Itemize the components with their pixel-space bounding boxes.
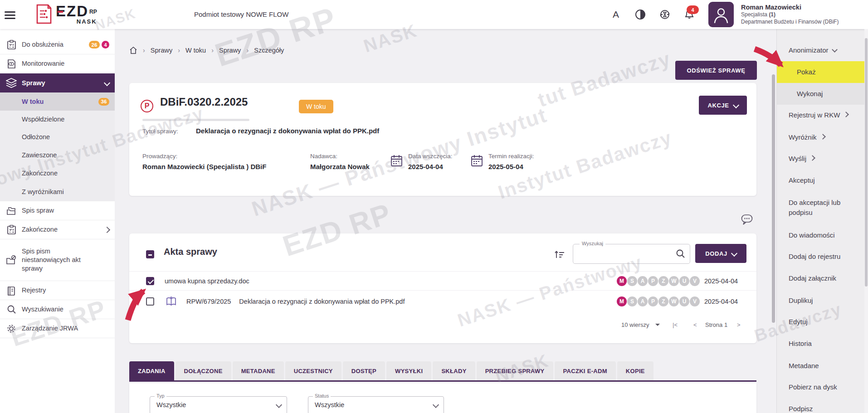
breadcrumb-sprawy-2[interactable]: Sprawy xyxy=(219,47,241,54)
case-sender-value: Małgorzata Nowak xyxy=(310,163,370,170)
menu-item-dodaj-do-rejestru[interactable]: Dodaj do rejestru xyxy=(777,252,865,262)
chevron-down-icon xyxy=(276,402,282,408)
tab-kopie[interactable]: KOPIE xyxy=(617,361,653,380)
menu-item-pokaz[interactable]: Pokaż xyxy=(777,61,865,83)
actions-button[interactable]: AKCJE xyxy=(699,96,747,115)
case-title-label: Tytuł sprawy: xyxy=(142,128,178,135)
menu-item-do-akceptacji[interactable]: Do akceptacji lub podpisu xyxy=(777,198,865,218)
case-lead-label: Prowadzący: xyxy=(142,153,177,160)
menu-item-duplikuj[interactable]: Duplikuj xyxy=(777,296,865,306)
menu-item-edytuj[interactable]: Edytuj xyxy=(777,317,865,327)
menu-item-podpisz[interactable]: Podpisz xyxy=(777,404,865,413)
sidebar-item-do-obsluzenia[interactable]: Do obsłużenia 264 xyxy=(0,35,115,54)
rows-per-page-select[interactable]: 10 wierszy xyxy=(621,321,649,328)
sidebar-item-w-toku[interactable]: W toku 36 xyxy=(0,92,115,111)
file-row-2[interactable]: RPW/679/2025 Deklaracja o rezygnacji z d… xyxy=(129,290,756,312)
select-all-checkbox[interactable] xyxy=(146,250,154,258)
breadcrumb: › Sprawy › W toku › Sprawy › Szczegóły xyxy=(129,46,284,54)
sidebar-item-zakonczone-sub[interactable]: Zakończone xyxy=(0,164,115,182)
breadcrumb-separator: › xyxy=(211,47,214,54)
sidebar-item-rejestry[interactable]: Rejestry xyxy=(0,281,115,300)
priority-icon: P xyxy=(141,100,153,112)
home-icon[interactable] xyxy=(129,46,137,54)
sidebar-item-spis-pism[interactable]: Spis pism niestanowiących akt sprawy xyxy=(0,239,115,281)
sidebar-item-zawieszone[interactable]: Zawieszone xyxy=(0,146,115,164)
menu-item-rejestruj-w-rkw[interactable]: Rejestruj w RKW xyxy=(777,110,865,120)
scrollbar-thumb[interactable] xyxy=(865,38,868,287)
chevron-down-icon xyxy=(104,80,110,86)
comment-bubble-icon[interactable] xyxy=(741,214,753,225)
tab-przebieg-sprawy[interactable]: PRZEBIEG SPRAWY xyxy=(477,361,553,380)
file-date: 2025-04-04 xyxy=(704,277,738,285)
caret-down-icon[interactable] xyxy=(655,324,660,326)
breadcrumb-w-toku[interactable]: W toku xyxy=(185,47,206,54)
tab-zadania[interactable]: ZADANIA xyxy=(129,361,174,380)
user-info[interactable]: Roman Mazowiecki Specjalista (1) Departm… xyxy=(741,4,863,25)
sidebar-item-zarzadzanie-jrwa[interactable]: Zarządzanie JRWA xyxy=(0,319,115,338)
search-input[interactable] xyxy=(578,247,670,261)
chevron-right-icon xyxy=(843,112,849,117)
tab-sklady[interactable]: SKŁADY xyxy=(433,361,475,380)
files-pagination: 10 wierszy |< < Strona 1 > xyxy=(129,318,756,333)
menu-item-metadane[interactable]: Metadane xyxy=(777,361,865,371)
menu-item-historia[interactable]: Historia xyxy=(777,339,865,349)
sidebar-item-monitorowanie[interactable]: Monitorowanie xyxy=(0,54,115,73)
rpw-book-icon xyxy=(166,296,176,306)
sidebar-item-wyszukiwanie[interactable]: Wyszukiwanie xyxy=(0,300,115,319)
notifications-bell-icon[interactable]: 4 xyxy=(683,9,695,20)
tab-uczestnicy[interactable]: UCZESTNICY xyxy=(285,361,341,380)
sidebar-item-z-wyroznikami[interactable]: Z wyróżnikami xyxy=(0,182,115,201)
case-sender-label: Nadawca: xyxy=(310,153,337,160)
tab-paczki-e-adm[interactable]: PACZKI E-ADM xyxy=(555,361,616,380)
app-logo[interactable]: EZDRP NASK xyxy=(34,4,97,25)
folders-icon xyxy=(6,206,17,216)
menu-group-anonimizator[interactable]: Anonimizator xyxy=(777,45,865,55)
menu-item-wykonaj[interactable]: Wykonaj xyxy=(777,83,865,105)
window-scrollbar[interactable] xyxy=(864,29,868,413)
sort-icon[interactable] xyxy=(554,249,565,260)
breadcrumb-sprawy[interactable]: Sprawy xyxy=(151,47,172,54)
tab-dostep[interactable]: DOSTĘP xyxy=(343,361,385,380)
sidebar-item-sprawy[interactable]: Sprawy xyxy=(0,73,115,92)
page-label: Strona 1 xyxy=(705,321,727,328)
breadcrumb-separator: › xyxy=(143,47,145,54)
tab-metadane[interactable]: METADANE xyxy=(233,361,284,380)
menu-item-pobierz-na-dysk[interactable]: Pobierz na dysk xyxy=(777,382,865,392)
first-page-button[interactable]: |< xyxy=(673,321,678,328)
file-row-1[interactable]: umowa kupna sprzedazy.doc MSAPZWUV 2025-… xyxy=(129,271,756,291)
next-page-button[interactable]: > xyxy=(737,321,741,328)
files-search-field[interactable]: Wyszukaj xyxy=(573,244,690,264)
status-filter-select[interactable]: Status Wszystkie xyxy=(308,396,444,413)
tab-dolaczone[interactable]: DOŁĄCZONE xyxy=(176,361,231,380)
menu-item-dodaj-zalacznik[interactable]: Dodaj załącznik xyxy=(777,273,865,283)
font-size-icon[interactable]: A xyxy=(610,9,622,20)
breadcrumb-szczegoly[interactable]: Szczegóły xyxy=(254,47,284,54)
case-tabs: ZADANIA DOŁĄCZONE METADANE UCZESTNICY DO… xyxy=(129,361,653,380)
add-document-button[interactable]: DODAJ xyxy=(695,244,746,263)
sidebar-item-zakonczone[interactable]: Zakończone xyxy=(0,220,115,239)
user-avatar[interactable] xyxy=(708,2,734,27)
case-number: DBiF.0320.2.2025 xyxy=(160,96,248,108)
sidebar-item-wspoldzielone[interactable]: Współdzielone xyxy=(0,111,115,128)
menu-item-wyroznik[interactable]: Wyróżnik xyxy=(777,132,865,142)
content-scrollbar[interactable] xyxy=(771,29,776,413)
type-filter-select[interactable]: Typ Wszystkie xyxy=(150,396,287,413)
status-filter-label: Status xyxy=(313,393,331,398)
file-name: Deklaracja o rezygnacji z dokonywania wp… xyxy=(239,298,405,305)
tab-wysylki[interactable]: WYSYŁKI xyxy=(386,361,431,380)
search-icon[interactable] xyxy=(676,249,685,258)
menu-item-akceptuj[interactable]: Akceptuj xyxy=(777,175,865,185)
sidebar-item-odlozone[interactable]: Odłożone xyxy=(0,128,115,146)
contrast-icon[interactable] xyxy=(634,9,646,20)
menu-item-wyslij[interactable]: Wyślij xyxy=(777,154,865,164)
hamburger-menu-icon[interactable] xyxy=(5,10,15,19)
file-row-2-checkbox[interactable] xyxy=(146,297,154,306)
session-timer-icon[interactable] xyxy=(659,9,671,20)
prev-page-button[interactable]: < xyxy=(693,321,697,328)
gear-icon xyxy=(6,324,17,334)
file-row-1-checkbox[interactable] xyxy=(146,277,154,285)
menu-item-do-wiadomosci[interactable]: Do wiadomości xyxy=(777,230,865,240)
sidebar-item-spis-spraw[interactable]: Spis spraw xyxy=(0,201,115,220)
refresh-case-button[interactable]: ODŚWIEŻ SPRAWĘ xyxy=(675,61,757,80)
scrollbar-thumb[interactable] xyxy=(772,74,775,323)
